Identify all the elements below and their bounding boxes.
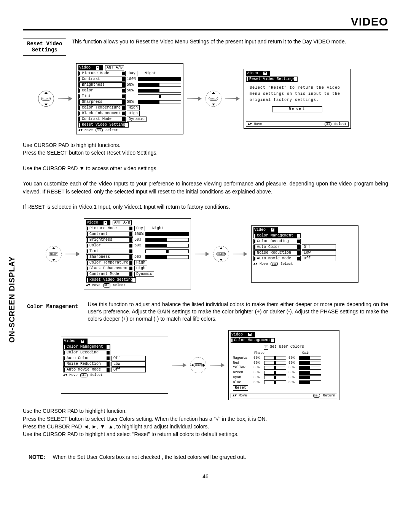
- arrow-right-icon: [195, 252, 209, 256]
- color-management-desc: Use this function to adjust and balance …: [88, 301, 388, 323]
- reset-video-settings-heading: Reset Video Settings: [23, 38, 66, 56]
- reset-colors-button[interactable]: Reset: [233, 385, 248, 391]
- arrow-right-icon: [58, 96, 72, 101]
- cursor-pad-icon: SELECT: [213, 246, 229, 262]
- arrow-right-icon: [187, 96, 202, 101]
- reset-button[interactable]: Reset: [272, 106, 322, 112]
- osd-reset-dialog: Video Reset Video Settings Select "Reset…: [244, 69, 351, 129]
- arrow-right-icon: [65, 252, 80, 256]
- osd-color-management-list: Video Color Management Color Decoding Au…: [61, 337, 168, 394]
- note-box: NOTE: When the Set User Colors box is no…: [23, 450, 388, 464]
- osd-video-menu: Video ANT A/B Picture Mode DayNight Cont…: [76, 63, 183, 134]
- cursor-pad-icon: SELECT: [46, 246, 62, 262]
- checkbox-icon[interactable]: ✓: [264, 345, 268, 350]
- page-title: VIDEO: [23, 15, 388, 29]
- instruction-text: Use the CURSOR PAD to highlight function…: [23, 407, 388, 438]
- instruction-text: Use CURSOR PAD to highlight functions. P…: [23, 141, 388, 211]
- arrow-right-icon: [225, 96, 240, 101]
- arrow-right-icon: [210, 363, 225, 367]
- reset-video-settings-desc: This function allows you to Reset the Vi…: [72, 38, 388, 45]
- arrow-right-icon: [172, 363, 186, 367]
- vertical-section-label: ON-SCREEN DISPLAY: [8, 256, 16, 343]
- cursor-pad-icon: SELECT: [206, 91, 221, 107]
- osd-color-management-detail: Video Color Management ✓Set User Colors …: [228, 330, 339, 400]
- osd-video-menu: Video ANT A/B Picture Mode DayNight Cont…: [84, 218, 191, 289]
- osd-color-management-list: Video Color Management Color Decoding Au…: [251, 225, 358, 283]
- arrow-right-icon: [233, 252, 247, 256]
- cursor-pad-icon: SELECT: [38, 91, 54, 107]
- page-number: 46: [23, 473, 388, 479]
- header-rule: [23, 29, 388, 30]
- color-management-heading: Color Management: [23, 301, 82, 312]
- cursor-pad-icon: SELECT: [190, 357, 206, 373]
